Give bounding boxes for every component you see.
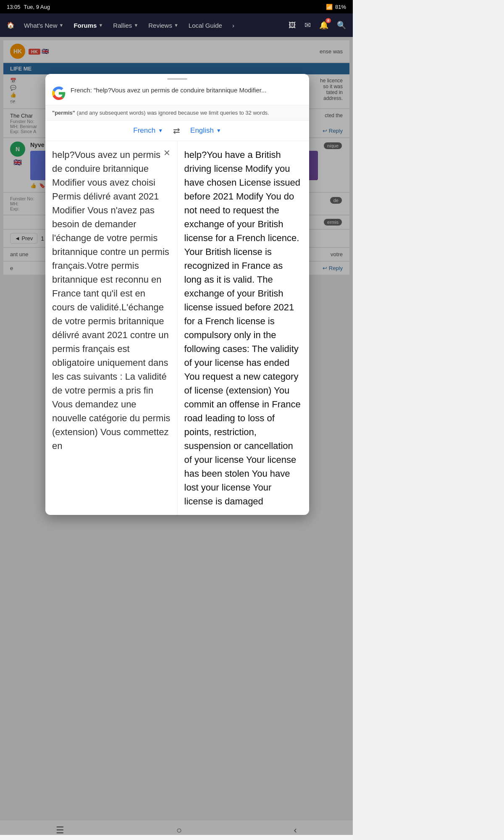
target-language-label: English	[190, 126, 214, 135]
google-logo-icon	[52, 87, 66, 100]
nav-image-icon[interactable]: 🖼	[285, 18, 299, 33]
nav-whats-new[interactable]: What's New ▼	[20, 18, 68, 32]
drag-handle-bar	[167, 78, 187, 80]
battery-level: 81%	[335, 4, 346, 10]
modal-title-text: French: "help?Vous avez un permis de con…	[71, 86, 302, 94]
translation-area: ✕ help?Vous avez un permis de conduire b…	[45, 141, 309, 515]
source-lang-chevron-icon: ▼	[158, 128, 163, 134]
source-language-button[interactable]: French ▼	[133, 126, 163, 135]
modal-header: French: "help?Vous avez un permis de con…	[45, 84, 309, 105]
nav-search-icon[interactable]: 🔍	[333, 17, 349, 33]
whats-new-chevron-icon: ▼	[59, 23, 64, 28]
forums-chevron-icon: ▼	[98, 23, 103, 28]
lang-switcher: French ▼ ⇄ English ▼	[45, 121, 309, 141]
nav-reviews[interactable]: Reviews ▼	[144, 18, 183, 32]
nav-more-button[interactable]: ›	[228, 18, 239, 32]
nav-notification-icon[interactable]: 🔔 8	[316, 17, 332, 33]
nav-local-guide[interactable]: Local Guide	[184, 18, 226, 32]
nav-forums[interactable]: Forums ▼	[69, 18, 107, 32]
nav-bar: 🏠 What's New ▼ Forums ▼ Rallies ▼ Review…	[0, 13, 353, 37]
nav-rallies[interactable]: Rallies ▼	[109, 18, 142, 32]
target-text: help?You have a British driving license …	[184, 148, 303, 508]
notification-badge: 8	[326, 18, 331, 23]
status-bar-left: 13:05 Tue, 9 Aug	[7, 4, 50, 10]
modal-handle[interactable]	[45, 74, 309, 84]
date: Tue, 9 Aug	[24, 4, 50, 10]
nav-mail-icon[interactable]: ✉	[301, 17, 314, 33]
time: 13:05	[7, 4, 21, 10]
source-text: help?Vous avez un permis de conduire bri…	[52, 148, 171, 453]
nav-home-button[interactable]: 🏠	[3, 18, 18, 32]
reviews-chevron-icon: ▼	[174, 23, 178, 28]
swap-languages-icon[interactable]: ⇄	[173, 126, 180, 136]
modal-warning: "permis" (and any subsequent words) was …	[45, 105, 309, 121]
status-bar: 13:05 Tue, 9 Aug 📶 81%	[0, 0, 353, 13]
target-translation-panel: help?You have a British driving license …	[178, 141, 310, 515]
page-background: HK HK 🇬🇧 ense was LIFE ME 📅	[0, 37, 353, 835]
status-bar-right: 📶 81%	[326, 4, 346, 10]
wifi-icon: 📶	[326, 4, 333, 10]
nav-icons: 🖼 ✉ 🔔 8 🔍	[285, 17, 349, 33]
target-language-button[interactable]: English ▼	[190, 126, 221, 135]
close-source-button[interactable]: ✕	[160, 146, 174, 160]
target-lang-chevron-icon: ▼	[216, 128, 221, 134]
source-translation-panel: ✕ help?Vous avez un permis de conduire b…	[45, 141, 178, 515]
rallies-chevron-icon: ▼	[134, 23, 138, 28]
source-language-label: French	[133, 126, 155, 135]
modal-warning-text: (and any subsequent words) was ignored b…	[77, 110, 269, 116]
translate-modal: French: "help?Vous avez un permis de con…	[45, 74, 309, 515]
modal-warning-bold: "permis"	[52, 110, 75, 116]
